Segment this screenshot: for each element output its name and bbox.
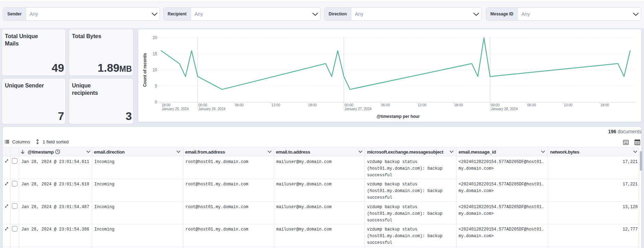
svg-text:18:00: 18:00 [308, 103, 317, 107]
svg-text:06:00: 06:00 [381, 103, 390, 107]
svg-text:18:00: 18:00 [600, 103, 609, 107]
svg-text:12:00: 12:00 [418, 103, 426, 107]
svg-text:January 27, 2024: January 27, 2024 [345, 107, 372, 111]
svg-text:January 28, 2024: January 28, 2024 [491, 107, 518, 111]
svg-text:00:00: 00:00 [345, 103, 353, 107]
svg-text:5: 5 [155, 84, 157, 88]
svg-text:@timestamp per hour: @timestamp per hour [376, 114, 420, 119]
svg-text:January 25, 2024: January 25, 2024 [162, 107, 189, 111]
svg-text:0: 0 [155, 100, 157, 105]
svg-text:18:00: 18:00 [454, 103, 463, 107]
svg-text:15: 15 [153, 51, 158, 56]
svg-text:18:00: 18:00 [162, 103, 170, 107]
svg-text:January 26, 2024: January 26, 2024 [198, 107, 226, 111]
svg-text:12:00: 12:00 [271, 103, 280, 107]
svg-text:20: 20 [153, 35, 158, 40]
svg-text:06:00: 06:00 [527, 103, 536, 107]
svg-text:06:00: 06:00 [235, 103, 244, 107]
svg-text:00:00: 00:00 [491, 103, 499, 107]
svg-text:00:00: 00:00 [198, 103, 207, 107]
svg-text:Count of records: Count of records [142, 53, 147, 87]
svg-text:12:00: 12:00 [564, 103, 572, 107]
svg-text:10: 10 [153, 68, 158, 72]
